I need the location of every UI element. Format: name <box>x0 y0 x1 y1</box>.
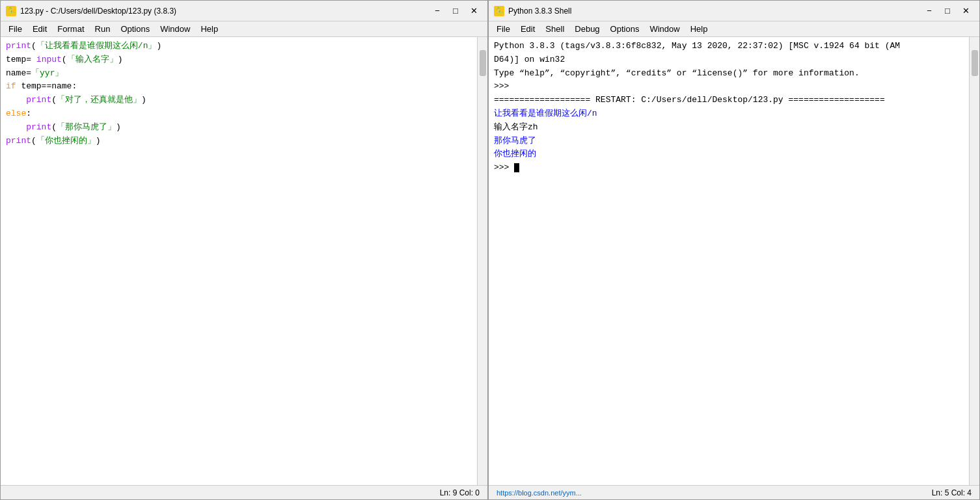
shell-output-line-2: 输入名字zh <box>494 122 538 132</box>
shell-prompt-1: >>> <box>494 81 514 91</box>
editor-menu-edit[interactable]: Edit <box>27 23 52 35</box>
shell-menu-window[interactable]: Window <box>644 23 685 35</box>
shell-restart-line: =================== RESTART: C:/Users/de… <box>494 95 885 105</box>
shell-window-controls: − □ ✕ <box>921 5 974 18</box>
editor-title-text: 123.py - C:/Users/dell/Desktop/123.py (3… <box>20 7 176 16</box>
shell-title-text: Python 3.8.3 Shell <box>508 7 571 16</box>
editor-minimize-button[interactable]: − <box>429 5 446 18</box>
editor-scrollbar-thumb[interactable] <box>480 50 486 76</box>
editor-status-text: Ln: 9 Col: 0 <box>440 488 480 497</box>
editor-window: 🐍 123.py - C:/Users/dell/Desktop/123.py … <box>0 0 488 500</box>
editor-title-left: 🐍 123.py - C:/Users/dell/Desktop/123.py … <box>6 6 176 16</box>
editor-menu-file[interactable]: File <box>3 23 27 35</box>
editor-status-bar: Ln: 9 Col: 0 <box>1 485 487 499</box>
editor-menu-options[interactable]: Options <box>115 23 155 35</box>
editor-menu-help[interactable]: Help <box>195 23 223 35</box>
editor-close-button[interactable]: ✕ <box>465 5 482 18</box>
shell-menu-file[interactable]: File <box>491 23 515 35</box>
shell-maximize-button[interactable]: □ <box>939 5 956 18</box>
shell-menu-help[interactable]: Help <box>685 23 713 35</box>
editor-menu-run[interactable]: Run <box>90 23 116 35</box>
shell-prompt-2: >>> <box>494 163 514 172</box>
shell-window: 🐍 Python 3.8.3 Shell − □ ✕ File Edit She… <box>488 0 980 500</box>
shell-menu-options[interactable]: Options <box>605 23 645 35</box>
shell-content-area: Python 3.8.3 (tags/v3.8.3:6f8c832, May 1… <box>489 37 979 485</box>
editor-content-area: print(「让我看看是谁假期这么闲/n」) temp= input(「输入名字… <box>1 37 487 485</box>
editor-menu-bar: File Edit Format Run Options Window Help <box>1 21 487 37</box>
shell-menu-edit[interactable]: Edit <box>515 23 540 35</box>
shell-output[interactable]: Python 3.8.3 (tags/v3.8.3:6f8c832, May 1… <box>489 37 969 485</box>
shell-title-left: 🐍 Python 3.8.3 Shell <box>494 6 571 16</box>
shell-app-icon: 🐍 <box>494 6 504 16</box>
shell-output-line-1: 让我看看是谁假期这么闲/n <box>494 109 597 118</box>
editor-scrollbar[interactable] <box>477 37 487 485</box>
shell-status-text: Ln: 5 Col: 4 <box>932 488 972 497</box>
shell-menu-debug[interactable]: Debug <box>569 23 605 35</box>
editor-window-controls: − □ ✕ <box>429 5 482 18</box>
editor-menu-window[interactable]: Window <box>155 23 195 35</box>
shell-link-text[interactable]: https://blog.csdn.net/yym... <box>497 489 582 497</box>
shell-status-bar: https://blog.csdn.net/yym... Ln: 5 Col: … <box>489 485 979 499</box>
shell-scrollbar[interactable] <box>969 37 979 485</box>
shell-close-button[interactable]: ✕ <box>957 5 974 18</box>
shell-output-line-4: 你也挫闲的 <box>494 149 536 159</box>
editor-menu-format[interactable]: Format <box>52 23 89 35</box>
shell-cursor <box>514 163 519 172</box>
code-editor[interactable]: print(「让我看看是谁假期这么闲/n」) temp= input(「输入名字… <box>1 37 477 485</box>
shell-scrollbar-thumb[interactable] <box>972 50 978 76</box>
shell-output-line-3: 那你马虎了 <box>494 136 536 146</box>
shell-menu-shell[interactable]: Shell <box>540 23 569 35</box>
editor-maximize-button[interactable]: □ <box>447 5 464 18</box>
editor-title-bar: 🐍 123.py - C:/Users/dell/Desktop/123.py … <box>1 1 487 21</box>
shell-title-bar: 🐍 Python 3.8.3 Shell − □ ✕ <box>489 1 979 21</box>
shell-menu-bar: File Edit Shell Debug Options Window Hel… <box>489 21 979 37</box>
editor-app-icon: 🐍 <box>6 6 16 16</box>
shell-minimize-button[interactable]: − <box>921 5 938 18</box>
shell-startup-text: Python 3.8.3 (tags/v3.8.3:6f8c832, May 1… <box>494 41 900 78</box>
